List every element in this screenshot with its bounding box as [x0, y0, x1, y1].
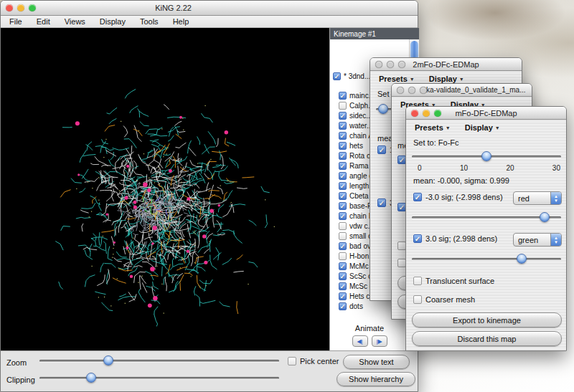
king-titlebar[interactable]: KiNG 2.22 — [1, 1, 418, 16]
discard-map-button[interactable]: Discard this map — [412, 331, 562, 346]
item-checkbox[interactable]: ✓ — [339, 172, 347, 180]
menu-help[interactable]: Help — [166, 17, 197, 26]
pos-contour-slider[interactable] — [410, 254, 563, 264]
menu-file[interactable]: File — [2, 17, 29, 26]
clipping-slider[interactable] — [38, 373, 281, 383]
item-checkbox[interactable]: ✓ — [339, 262, 347, 270]
item-checkbox[interactable]: ✓ — [339, 272, 347, 280]
clipping-slider-track[interactable] — [39, 377, 279, 379]
window-title: pka-validate_0_validate_1_ma... — [418, 86, 530, 94]
tick-label: 10 — [460, 164, 468, 172]
item-checkbox[interactable]: ✓ — [339, 122, 347, 130]
item-checkbox[interactable]: ✓ — [339, 92, 347, 100]
item-checkbox[interactable]: ✓ — [339, 142, 347, 150]
minimize-button[interactable] — [17, 4, 24, 11]
show-hierarchy-button[interactable]: Show hierarchy — [337, 372, 415, 386]
neg-color-dropdown[interactable]: red ▲ ▼ — [513, 191, 562, 205]
window-title: KiNG 2.22 — [87, 4, 260, 12]
close-button[interactable] — [375, 61, 382, 68]
item-label: sidec... — [349, 112, 372, 120]
item-checkbox[interactable] — [339, 102, 347, 110]
pos-contour-slider-thumb[interactable] — [517, 254, 527, 264]
close-button[interactable] — [397, 87, 404, 94]
menu-bar: File Edit Views Display Tools Help — [1, 16, 418, 28]
coarser-mesh-checkbox[interactable] — [413, 295, 422, 304]
display-menu[interactable]: Display ▼ — [465, 123, 500, 132]
pick-center-option[interactable]: Pick center — [288, 357, 339, 365]
export-kinemage-button[interactable]: Export to kinemage — [412, 312, 562, 328]
level-slider-thumb[interactable] — [481, 151, 491, 161]
close-button[interactable] — [411, 110, 418, 117]
clipping-slider-thumb[interactable] — [86, 373, 96, 383]
animate-next-button[interactable]: |▶ — [372, 335, 387, 347]
item-checkbox[interactable]: ✓ — [339, 202, 347, 210]
item-checkbox[interactable] — [339, 252, 347, 260]
contour-checkbox[interactable]: ✓ — [377, 199, 386, 207]
item-label: * 3dnd... — [344, 72, 370, 80]
item-checkbox[interactable]: ✓ — [339, 182, 347, 190]
zoom-slider-thumb[interactable] — [103, 355, 113, 365]
menu-views[interactable]: Views — [57, 17, 93, 26]
zoom-button[interactable] — [29, 4, 36, 11]
arrow-down-icon: ▼ — [554, 240, 558, 244]
level-slider-ticks: 0 10 20 30 — [418, 164, 560, 172]
contour-checkbox[interactable]: ✓ — [377, 145, 386, 154]
display-menu[interactable]: Display ▼ — [429, 75, 464, 83]
translucent-checkbox[interactable] — [413, 277, 422, 285]
menu-tools[interactable]: Tools — [133, 17, 166, 26]
animate-section: Animate ◀| |▶ — [330, 324, 409, 347]
item-checkbox[interactable]: ✓ — [339, 112, 347, 120]
menu-edit[interactable]: Edit — [29, 17, 57, 26]
item-checkbox[interactable]: ✓ — [339, 212, 347, 220]
molecule-canvas[interactable] — [1, 28, 329, 350]
presets-menu[interactable]: Presets ▼ — [379, 75, 415, 83]
view-controls: Zoom Pick center Show text Clipping Show… — [1, 350, 418, 391]
kinemage-panel-header: Kinemage #1 — [330, 28, 419, 39]
item-checkbox[interactable]: ✓ — [339, 192, 347, 200]
king-window: KiNG 2.22 File Edit Views Display Tools … — [0, 0, 418, 392]
caret-down-icon: ▼ — [459, 77, 464, 82]
animate-prev-button[interactable]: ◀| — [352, 335, 368, 347]
neg-contour-slider-track[interactable] — [412, 216, 561, 219]
pos-contour-slider-track[interactable] — [412, 258, 561, 260]
item-checkbox[interactable]: ✓ — [339, 132, 347, 140]
item-checkbox[interactable]: ✓ — [339, 292, 347, 300]
edmap2-titlebar[interactable]: 2mFo-DFc-EDMap — [370, 58, 522, 71]
zoom-button[interactable] — [398, 61, 405, 68]
popup-arrows-icon: ▲ ▼ — [550, 192, 561, 204]
edmap-titlebar[interactable]: mFo-DFc-EDMap — [406, 107, 566, 120]
item-checkbox[interactable]: ✓ — [339, 152, 347, 160]
zoom-button[interactable] — [420, 87, 427, 94]
item-checkbox[interactable]: ✓ — [339, 302, 347, 310]
pos-contour-checkbox[interactable]: ✓ — [413, 234, 422, 243]
item-checkbox[interactable]: ✓ — [339, 162, 347, 170]
neg-contour-slider-thumb[interactable] — [540, 212, 550, 222]
zoom-button[interactable] — [434, 110, 441, 117]
coarser-mesh-option[interactable]: Coarser mesh — [413, 295, 475, 304]
item-checkbox[interactable] — [339, 222, 347, 230]
item-checkbox[interactable]: ✓ — [339, 282, 347, 290]
item-checkbox[interactable]: ✓ — [333, 72, 341, 80]
minimize-button[interactable] — [423, 110, 430, 117]
pick-center-checkbox[interactable] — [288, 357, 296, 365]
neg-contour-checkbox[interactable]: ✓ — [413, 193, 422, 201]
zoom-slider-track[interactable] — [39, 360, 279, 362]
item-checkbox[interactable]: ✓ — [339, 242, 347, 250]
graphics-viewport[interactable] — [1, 28, 329, 350]
presets-menu[interactable]: Presets ▼ — [415, 123, 451, 132]
zoom-slider[interactable] — [38, 355, 281, 366]
minimize-button[interactable] — [387, 61, 394, 68]
item-checkbox[interactable] — [339, 232, 347, 240]
pos-color-dropdown[interactable]: green ▲ ▼ — [513, 233, 562, 247]
level-slider-thumb[interactable] — [378, 104, 388, 114]
tick-label: 20 — [506, 164, 514, 172]
show-text-button[interactable]: Show text — [343, 355, 410, 369]
close-button[interactable] — [6, 4, 13, 11]
level-slider[interactable] — [410, 151, 563, 162]
menu-display[interactable]: Display — [93, 17, 133, 26]
pka-titlebar[interactable]: pka-validate_0_validate_1_ma... — [392, 84, 532, 97]
minimize-button[interactable] — [408, 87, 415, 94]
tick-label: 30 — [552, 164, 560, 172]
neg-contour-slider[interactable] — [410, 212, 563, 223]
translucent-option[interactable]: Translucent surface — [413, 277, 494, 285]
